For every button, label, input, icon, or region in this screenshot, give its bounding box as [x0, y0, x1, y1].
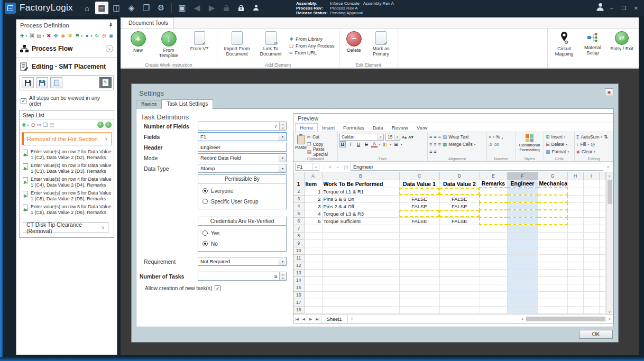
row-header-6[interactable]: 6 — [293, 217, 304, 225]
from-v7-button[interactable]: ✓From V7 — [185, 30, 214, 61]
excel-tab-formulas[interactable]: Formulas — [339, 124, 369, 132]
grid-cell-B16[interactable] — [322, 291, 399, 299]
row-header-14[interactable]: 14 — [293, 276, 304, 284]
grid-cell-A17[interactable] — [304, 299, 322, 306]
checkbox-icon[interactable]: ✓ — [21, 98, 26, 104]
spin-up-icon[interactable]: ▴ — [280, 122, 286, 126]
grid-cell-D2[interactable] — [439, 188, 480, 195]
spin-up-icon[interactable]: ▴ — [280, 272, 286, 276]
borders-button[interactable]: ⊞ — [393, 141, 399, 147]
dropdown-arrow-icon[interactable]: ▾ — [279, 257, 286, 265]
grid-cell-A7[interactable] — [304, 225, 322, 232]
fill-color-button[interactable]: ◧ — [382, 141, 389, 147]
refresh-icon[interactable]: ↻ — [94, 33, 100, 39]
tab-basics[interactable]: Basics — [136, 100, 162, 109]
chevron-down-icon[interactable]: ∨ — [105, 136, 108, 141]
grid-cell-C2[interactable] — [399, 188, 439, 195]
grid-cell-G5[interactable] — [538, 210, 567, 217]
grid-cell-A2[interactable]: 1 — [304, 188, 322, 195]
status-icon[interactable]: ◉ — [108, 33, 115, 39]
grid-cell-C9[interactable] — [399, 239, 439, 247]
grid-cell-C13[interactable] — [399, 269, 439, 276]
grid-cell-D3[interactable]: FALSE — [439, 195, 480, 202]
scroll-up-icon[interactable]: ∧ — [606, 172, 613, 179]
add-task-icon[interactable]: ✚ — [22, 122, 26, 128]
radio-everyone[interactable]: Everyone — [203, 186, 282, 196]
grid-cell-H14[interactable] — [567, 276, 583, 284]
grid-cell-C7[interactable] — [399, 225, 439, 232]
grid-cell-H11[interactable] — [567, 254, 583, 262]
percent-icon[interactable]: % — [496, 134, 500, 140]
row-header-17[interactable]: 17 — [293, 299, 304, 306]
grid-cell-E7[interactable] — [480, 225, 507, 232]
number-of-fields-spinner[interactable]: 7 ▴▾ — [198, 122, 287, 131]
grid-cell-E8[interactable] — [480, 232, 507, 239]
vertical-scrollbar[interactable]: ∧ ∨ — [606, 172, 613, 314]
grid-cell-E5[interactable] — [480, 210, 507, 217]
excel-tab-home[interactable]: Home — [295, 123, 318, 132]
grid-cell-B3[interactable]: Pins 5 & 6 On — [322, 195, 399, 202]
step-list-item[interactable]: Enter value(s) on row 4 for Data Value 1… — [23, 177, 113, 188]
insert-function-icon[interactable]: ƒx — [343, 164, 349, 170]
from-template-button[interactable]: ↓From Template — [154, 30, 183, 61]
grid-cell-F16[interactable] — [507, 291, 538, 299]
grid-cell-B4[interactable]: Pins 2 & 4 Off — [322, 202, 399, 210]
grid-cell-D17[interactable] — [439, 299, 480, 306]
grid-cell-I9[interactable] — [583, 239, 599, 247]
print-icon[interactable]: ▤ — [36, 33, 42, 39]
select-all-corner[interactable] — [293, 172, 304, 180]
grid-cell-A14[interactable] — [304, 276, 322, 284]
column-header-D[interactable]: D — [439, 172, 480, 180]
grid-cell-D10[interactable] — [439, 247, 480, 254]
header-input[interactable]: Engineer — [198, 143, 287, 152]
excel-tab-view[interactable]: View — [412, 124, 431, 132]
circuit-mapping-button[interactable]: ⊞ ⚙ Circuit Mapping — [552, 30, 576, 61]
selected-step[interactable]: Removal of the Hot Section ∨ — [22, 132, 112, 145]
grid-cell-D11[interactable] — [439, 254, 480, 262]
grid-cell-H7[interactable] — [567, 225, 583, 232]
grid-cell-F14[interactable] — [507, 276, 538, 284]
tab-document-tools[interactable]: Document Tools — [123, 17, 174, 28]
grid-cell-H5[interactable] — [567, 210, 583, 217]
prev-sheet-icon[interactable]: ◀ — [300, 317, 307, 321]
grid-cell-D4[interactable]: FALSE — [439, 202, 480, 210]
radio-icon[interactable] — [203, 199, 208, 204]
close-button[interactable]: ✕ — [632, 5, 640, 11]
publish-icon[interactable]: ● — [84, 33, 90, 39]
grid-cell-A12[interactable] — [304, 262, 322, 269]
increase-indent-icon[interactable]: ≡ — [434, 149, 436, 154]
grid-cell-I13[interactable] — [583, 269, 599, 276]
minimize-button[interactable]: – — [608, 5, 615, 11]
grid-cell-F15[interactable] — [507, 284, 538, 291]
save-button[interactable] — [22, 77, 34, 88]
grid-cell-I6[interactable] — [583, 217, 599, 225]
grid-cell-G13[interactable] — [538, 269, 567, 276]
grid-cell-A1[interactable]: Item — [304, 180, 322, 188]
grid-cell-G1[interactable]: Mechanical — [538, 180, 567, 188]
sort-filter-icon[interactable]: ⇅ — [604, 134, 608, 140]
grid-cell-F17[interactable] — [507, 299, 538, 306]
grid-cell-H15[interactable] — [567, 284, 583, 291]
grid-cell-I1[interactable] — [583, 180, 599, 188]
grid-cell-I7[interactable] — [583, 225, 599, 232]
settings-icon[interactable]: ⚙ — [154, 2, 168, 14]
row-header-4[interactable]: 4 — [293, 202, 304, 210]
grid-cell-G6[interactable] — [538, 217, 567, 225]
first-sheet-icon[interactable]: |◀ — [293, 317, 300, 321]
cut-button[interactable]: ✂Cut — [307, 133, 336, 141]
grid-cell-C1[interactable]: Data Value 1 — [399, 180, 439, 188]
paste-special-button[interactable]: ▤Paste Special — [307, 148, 336, 155]
unlock-icon[interactable] — [220, 2, 233, 14]
grid-cell-F6[interactable] — [507, 217, 538, 225]
delete-element-button[interactable]: −Delete — [343, 30, 366, 61]
grid-cell-A16[interactable] — [304, 291, 322, 299]
grid-cell-A3[interactable]: 2 — [304, 195, 322, 202]
grid-cell-G3[interactable] — [538, 195, 567, 202]
grid-cell-I14[interactable] — [583, 276, 599, 284]
grid-cell-G12[interactable] — [538, 262, 567, 269]
last-sheet-icon[interactable]: ▶| — [314, 317, 321, 321]
grid-cell-D18[interactable] — [439, 306, 480, 313]
row-header-18[interactable]: 18 — [293, 306, 304, 313]
italic-button[interactable]: I — [347, 141, 354, 147]
align-right-icon[interactable]: ≡ — [438, 142, 441, 147]
